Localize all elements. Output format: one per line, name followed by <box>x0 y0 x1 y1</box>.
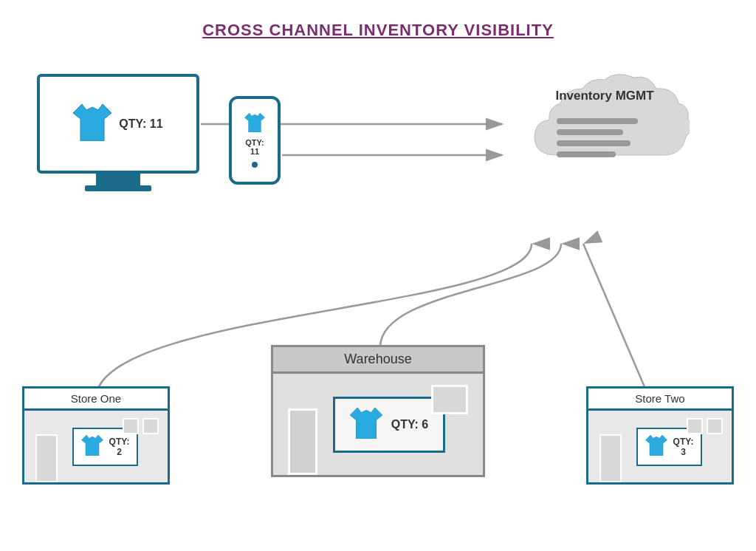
warehouse-tshirt-icon <box>350 408 382 442</box>
phone-tshirt-icon <box>244 113 265 135</box>
phone-home-button <box>252 162 258 168</box>
page-container: CROSS CHANNEL INVENTORY VISIBILITY <box>0 0 756 551</box>
monitor-base <box>85 185 151 191</box>
store-one-windows <box>123 418 159 434</box>
cloud-shape: Inventory MGMT <box>520 66 690 177</box>
phone: QTY:11 <box>229 96 281 185</box>
warehouse-body: QTY: 6 <box>271 374 485 477</box>
store-one-header: Store One <box>22 386 170 411</box>
cloud-line-2 <box>557 129 623 135</box>
warehouse-window <box>431 385 468 414</box>
page-title: CROSS CHANNEL INVENTORY VISIBILITY <box>0 0 756 40</box>
cloud-line-3 <box>557 140 630 146</box>
store-two-door <box>599 434 622 482</box>
svg-line-4 <box>583 244 650 399</box>
store-one-tshirt-icon <box>81 435 103 459</box>
store-two-window-2 <box>707 418 723 434</box>
store-two-windows <box>687 418 723 434</box>
phone-qty: QTY:11 <box>245 138 264 156</box>
warehouse: Warehouse QTY: 6 <box>271 345 485 477</box>
cloud-label: Inventory MGMT <box>520 89 690 103</box>
warehouse-door <box>288 408 317 475</box>
store-two-qty: QTY:3 <box>673 437 694 457</box>
store-two: Store Two QTY:3 <box>586 386 734 485</box>
store-one: Store One QTY:2 <box>22 386 170 485</box>
cloud-container: Inventory MGMT <box>512 59 697 185</box>
store-two-tshirt-icon <box>645 435 667 459</box>
svg-marker-8 <box>81 435 103 456</box>
warehouse-qty-box: QTY: 6 <box>333 397 445 453</box>
svg-marker-6 <box>244 113 264 132</box>
cloud-line-1 <box>557 118 638 124</box>
svg-marker-7 <box>350 408 382 439</box>
monitor-tshirt-icon <box>73 104 111 144</box>
monitor-qty: QTY: 11 <box>119 117 162 131</box>
warehouse-header: Warehouse <box>271 345 485 374</box>
store-one-window-1 <box>123 418 139 434</box>
monitor-stand <box>96 174 140 185</box>
monitor: QTY: 11 <box>37 74 199 196</box>
store-two-header: Store Two <box>586 386 734 411</box>
monitor-screen: QTY: 11 <box>37 74 199 174</box>
store-two-body: QTY:3 <box>586 411 734 485</box>
store-one-qty: QTY:2 <box>109 437 130 457</box>
cloud-line-4 <box>557 151 616 157</box>
cloud-lines <box>557 118 638 157</box>
svg-marker-5 <box>73 104 111 141</box>
store-one-body: QTY:2 <box>22 411 170 485</box>
svg-marker-9 <box>645 435 667 456</box>
store-one-window-2 <box>142 418 159 434</box>
warehouse-qty: QTY: 6 <box>391 418 428 431</box>
store-two-window-1 <box>687 418 703 434</box>
store-one-door <box>35 434 58 482</box>
